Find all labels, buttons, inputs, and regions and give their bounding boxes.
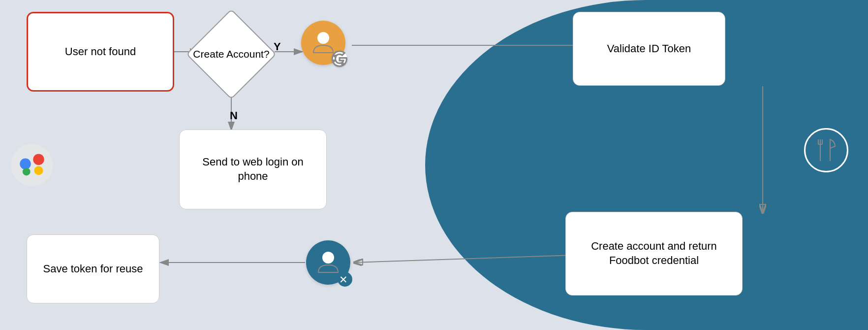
svg-point-7 bbox=[11, 144, 53, 186]
google-badge-icon bbox=[332, 51, 347, 67]
user-not-found-box: User not found bbox=[27, 12, 174, 92]
svg-point-13 bbox=[322, 252, 334, 264]
send-to-web-box: Send to web login on phone bbox=[179, 130, 327, 209]
user-not-found-label: User not found bbox=[65, 45, 136, 59]
send-to-web-label: Send to web login on phone bbox=[188, 155, 317, 183]
svg-point-11 bbox=[23, 168, 31, 176]
create-account-diamond: Create Account? bbox=[192, 15, 271, 94]
save-token-label: Save token for reuse bbox=[43, 262, 143, 276]
save-token-box: Save token for reuse bbox=[27, 234, 159, 303]
fork-knife-circle-icon bbox=[804, 128, 848, 172]
google-user-icon bbox=[301, 21, 350, 70]
svg-point-8 bbox=[20, 159, 31, 170]
svg-text:✕: ✕ bbox=[339, 274, 348, 285]
create-account-return-box: Create account and return Foodbot creden… bbox=[565, 212, 743, 296]
validate-id-box: Validate ID Token bbox=[573, 12, 725, 86]
foodbot-user-icon: ✕ bbox=[306, 240, 353, 287]
svg-point-9 bbox=[33, 154, 44, 165]
yes-label: Y bbox=[274, 40, 281, 53]
svg-point-12 bbox=[317, 32, 329, 44]
foodbot-badge-icon: ✕ bbox=[338, 272, 352, 287]
diamond-label: Create Account? bbox=[192, 15, 271, 94]
validate-id-label: Validate ID Token bbox=[607, 42, 691, 56]
no-label: N bbox=[230, 109, 238, 122]
create-account-return-label: Create account and return Foodbot creden… bbox=[575, 239, 733, 267]
google-assistant-icon bbox=[10, 143, 54, 187]
svg-point-10 bbox=[34, 166, 43, 175]
